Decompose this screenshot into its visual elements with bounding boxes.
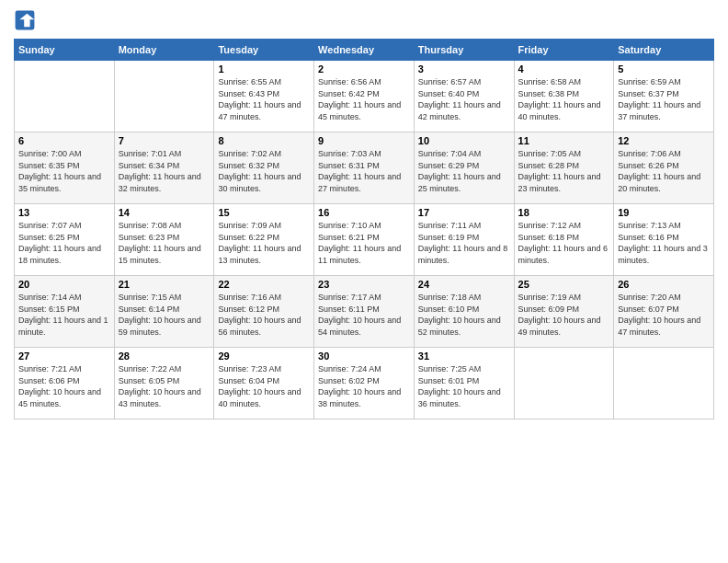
day-info: Sunrise: 7:23 AM Sunset: 6:04 PM Dayligh… [218,363,310,409]
day-info: Sunrise: 7:05 AM Sunset: 6:28 PM Dayligh… [518,148,610,194]
calendar-cell: 19Sunrise: 7:13 AM Sunset: 6:16 PM Dayli… [614,204,714,276]
day-number: 3 [418,63,510,75]
calendar-cell: 17Sunrise: 7:11 AM Sunset: 6:19 PM Dayli… [414,204,514,276]
weekday-header-thursday: Thursday [414,40,514,61]
day-info: Sunrise: 6:56 AM Sunset: 6:42 PM Dayligh… [318,76,410,122]
calendar-cell: 15Sunrise: 7:09 AM Sunset: 6:22 PM Dayli… [214,204,314,276]
day-number: 11 [518,135,610,146]
day-number: 21 [119,279,210,290]
logo-icon [14,9,36,31]
day-number: 1 [218,63,310,75]
day-number: 14 [119,207,210,218]
header [14,9,714,31]
day-info: Sunrise: 7:25 AM Sunset: 6:01 PM Dayligh… [418,363,510,409]
calendar-cell [114,61,214,132]
calendar-cell: 24Sunrise: 7:18 AM Sunset: 6:10 PM Dayli… [414,276,514,348]
calendar-cell: 11Sunrise: 7:05 AM Sunset: 6:28 PM Dayli… [514,132,614,204]
day-info: Sunrise: 6:55 AM Sunset: 6:43 PM Dayligh… [218,76,310,122]
calendar-cell: 4Sunrise: 6:58 AM Sunset: 6:38 PM Daylig… [514,61,614,132]
day-number: 19 [618,207,710,218]
calendar-cell: 26Sunrise: 7:20 AM Sunset: 6:07 PM Dayli… [614,276,714,348]
calendar-week-4: 20Sunrise: 7:14 AM Sunset: 6:15 PM Dayli… [15,276,714,348]
calendar-cell: 29Sunrise: 7:23 AM Sunset: 6:04 PM Dayli… [214,348,314,419]
calendar-cell: 23Sunrise: 7:17 AM Sunset: 6:11 PM Dayli… [314,276,415,348]
calendar-cell: 1Sunrise: 6:55 AM Sunset: 6:43 PM Daylig… [214,61,314,132]
day-info: Sunrise: 7:20 AM Sunset: 6:07 PM Dayligh… [618,292,710,338]
calendar-cell: 14Sunrise: 7:08 AM Sunset: 6:23 PM Dayli… [114,204,214,276]
calendar-cell: 10Sunrise: 7:04 AM Sunset: 6:29 PM Dayli… [414,132,514,204]
day-number: 15 [218,207,310,218]
calendar-cell: 21Sunrise: 7:15 AM Sunset: 6:14 PM Dayli… [114,276,214,348]
day-number: 25 [518,279,610,290]
day-number: 20 [18,279,110,290]
weekday-header-friday: Friday [514,40,614,61]
day-info: Sunrise: 7:22 AM Sunset: 6:05 PM Dayligh… [119,363,210,409]
calendar-cell: 2Sunrise: 6:56 AM Sunset: 6:42 PM Daylig… [314,61,415,132]
day-info: Sunrise: 7:08 AM Sunset: 6:23 PM Dayligh… [119,220,210,266]
weekday-header-saturday: Saturday [614,40,714,61]
day-number: 10 [418,135,510,146]
day-info: Sunrise: 7:18 AM Sunset: 6:10 PM Dayligh… [418,292,510,338]
day-info: Sunrise: 7:11 AM Sunset: 6:19 PM Dayligh… [418,220,510,266]
day-info: Sunrise: 7:00 AM Sunset: 6:35 PM Dayligh… [18,148,110,194]
day-info: Sunrise: 7:21 AM Sunset: 6:06 PM Dayligh… [18,363,110,409]
day-number: 23 [318,279,410,290]
calendar-week-1: 1Sunrise: 6:55 AM Sunset: 6:43 PM Daylig… [15,61,714,132]
calendar-cell: 9Sunrise: 7:03 AM Sunset: 6:31 PM Daylig… [314,132,415,204]
page-container: SundayMondayTuesdayWednesdayThursdayFrid… [0,0,728,563]
weekday-header-sunday: Sunday [15,40,115,61]
calendar-cell: 6Sunrise: 7:00 AM Sunset: 6:35 PM Daylig… [15,132,115,204]
calendar-table: SundayMondayTuesdayWednesdayThursdayFrid… [14,39,714,419]
calendar-cell: 13Sunrise: 7:07 AM Sunset: 6:25 PM Dayli… [15,204,115,276]
calendar-cell: 28Sunrise: 7:22 AM Sunset: 6:05 PM Dayli… [114,348,214,419]
day-info: Sunrise: 7:03 AM Sunset: 6:31 PM Dayligh… [318,148,410,194]
day-number: 13 [18,207,110,218]
day-number: 27 [18,350,110,362]
day-number: 16 [318,207,410,218]
day-info: Sunrise: 6:59 AM Sunset: 6:37 PM Dayligh… [618,76,710,122]
weekday-header-row: SundayMondayTuesdayWednesdayThursdayFrid… [15,40,714,61]
day-number: 26 [618,279,710,290]
day-info: Sunrise: 7:16 AM Sunset: 6:12 PM Dayligh… [218,292,310,338]
day-info: Sunrise: 7:01 AM Sunset: 6:34 PM Dayligh… [119,148,210,194]
day-info: Sunrise: 7:14 AM Sunset: 6:15 PM Dayligh… [18,292,110,338]
day-number: 22 [218,279,310,290]
calendar-cell: 12Sunrise: 7:06 AM Sunset: 6:26 PM Dayli… [614,132,714,204]
calendar-cell: 30Sunrise: 7:24 AM Sunset: 6:02 PM Dayli… [314,348,415,419]
day-number: 30 [318,350,410,362]
day-number: 24 [418,279,510,290]
day-info: Sunrise: 7:09 AM Sunset: 6:22 PM Dayligh… [218,220,310,266]
calendar-cell: 16Sunrise: 7:10 AM Sunset: 6:21 PM Dayli… [314,204,415,276]
day-number: 17 [418,207,510,218]
day-info: Sunrise: 7:17 AM Sunset: 6:11 PM Dayligh… [318,292,410,338]
calendar-cell: 7Sunrise: 7:01 AM Sunset: 6:34 PM Daylig… [114,132,214,204]
day-info: Sunrise: 7:06 AM Sunset: 6:26 PM Dayligh… [618,148,710,194]
day-number: 2 [318,63,410,75]
day-info: Sunrise: 7:02 AM Sunset: 6:32 PM Dayligh… [218,148,310,194]
calendar-cell: 18Sunrise: 7:12 AM Sunset: 6:18 PM Dayli… [514,204,614,276]
day-number: 12 [618,135,710,146]
day-number: 5 [618,63,710,75]
day-number: 31 [418,350,510,362]
day-info: Sunrise: 7:15 AM Sunset: 6:14 PM Dayligh… [119,292,210,338]
calendar-cell: 31Sunrise: 7:25 AM Sunset: 6:01 PM Dayli… [414,348,514,419]
weekday-header-tuesday: Tuesday [214,40,314,61]
day-info: Sunrise: 7:12 AM Sunset: 6:18 PM Dayligh… [518,220,610,266]
day-info: Sunrise: 7:13 AM Sunset: 6:16 PM Dayligh… [618,220,710,266]
day-number: 18 [518,207,610,218]
day-info: Sunrise: 7:19 AM Sunset: 6:09 PM Dayligh… [518,292,610,338]
day-info: Sunrise: 7:07 AM Sunset: 6:25 PM Dayligh… [18,220,110,266]
calendar-cell: 5Sunrise: 6:59 AM Sunset: 6:37 PM Daylig… [614,61,714,132]
day-number: 29 [218,350,310,362]
calendar-week-3: 13Sunrise: 7:07 AM Sunset: 6:25 PM Dayli… [15,204,714,276]
day-number: 8 [218,135,310,146]
day-info: Sunrise: 6:58 AM Sunset: 6:38 PM Dayligh… [518,76,610,122]
day-number: 7 [119,135,210,146]
weekday-header-monday: Monday [114,40,214,61]
logo [14,9,40,31]
calendar-week-5: 27Sunrise: 7:21 AM Sunset: 6:06 PM Dayli… [15,348,714,419]
calendar-cell: 3Sunrise: 6:57 AM Sunset: 6:40 PM Daylig… [414,61,514,132]
day-info: Sunrise: 7:04 AM Sunset: 6:29 PM Dayligh… [418,148,510,194]
day-info: Sunrise: 7:24 AM Sunset: 6:02 PM Dayligh… [318,363,410,409]
day-info: Sunrise: 6:57 AM Sunset: 6:40 PM Dayligh… [418,76,510,122]
